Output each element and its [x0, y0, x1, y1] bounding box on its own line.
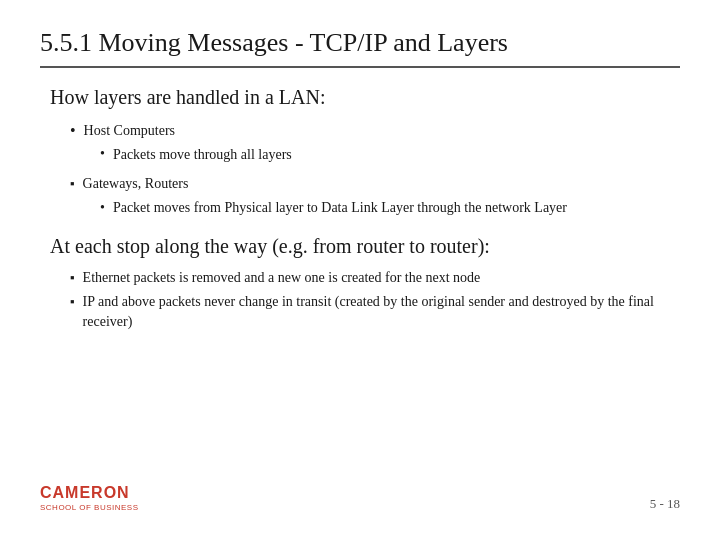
bullet-square-icon: ▪ [70, 176, 75, 192]
list-item: • Packet moves from Physical layer to Da… [50, 198, 670, 218]
section2: At each stop along the way (e.g. from ro… [50, 235, 670, 331]
bullet-circle-icon: • [100, 200, 105, 216]
title-area: 5.5.1 Moving Messages - TCP/IP and Layer… [40, 28, 680, 68]
logo-area: CAMERON School of Business [40, 484, 139, 512]
page-number: 5 - 18 [650, 496, 680, 512]
list-item: ▪ Ethernet packets is removed and a new … [50, 268, 670, 288]
section1-heading: How layers are handled in a LAN: [50, 86, 670, 109]
item-text: Ethernet packets is removed and a new on… [83, 268, 481, 288]
list-item: ▪ IP and above packets never change in t… [50, 292, 670, 331]
item-text: Packet moves from Physical layer to Data… [113, 198, 567, 218]
item-text: Host Computers [84, 121, 175, 141]
item-text: Gateways, Routers [83, 174, 189, 194]
item-text: IP and above packets never change in tra… [83, 292, 670, 331]
content-area: How layers are handled in a LAN: • Host … [40, 86, 680, 474]
list-item: ▪ Gateways, Routers [50, 174, 670, 194]
slide-title: 5.5.1 Moving Messages - TCP/IP and Layer… [40, 28, 680, 58]
bullet-circle-icon: • [100, 146, 105, 162]
section1: How layers are handled in a LAN: • Host … [50, 86, 670, 217]
logo-cameron: CAMERON [40, 484, 130, 502]
bullet-square-icon: ▪ [70, 270, 75, 286]
bullet-square-icon: ▪ [70, 294, 75, 310]
item-text: Packets move through all layers [113, 145, 292, 165]
list-item: • Packets move through all layers [50, 145, 670, 165]
list-item: • Host Computers [50, 121, 670, 141]
section2-heading: At each stop along the way (e.g. from ro… [50, 235, 670, 258]
logo-school: School of Business [40, 503, 139, 512]
slide: 5.5.1 Moving Messages - TCP/IP and Layer… [0, 0, 720, 540]
footer: CAMERON School of Business 5 - 18 [40, 474, 680, 512]
bullet-circle-icon: • [70, 122, 76, 140]
